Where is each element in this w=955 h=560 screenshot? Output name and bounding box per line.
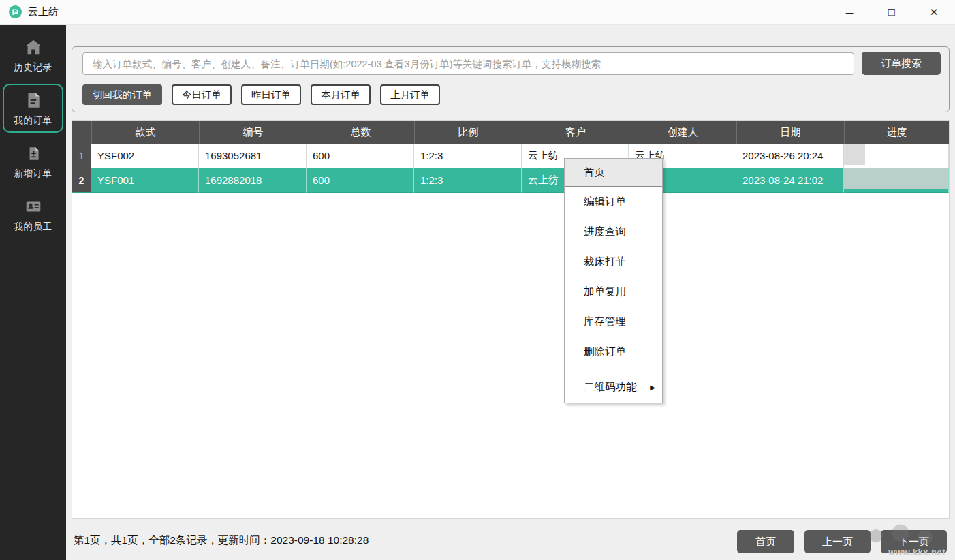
table-header-row: 款式 编号 总数 比例 客户 创建人 日期 进度 xyxy=(72,121,949,144)
column-header-style[interactable]: 款式 xyxy=(91,121,199,144)
home-icon xyxy=(24,37,43,57)
column-header-date[interactable]: 日期 xyxy=(736,121,844,144)
sidebar: 历史记录 我的订单 新增订单 xyxy=(0,25,66,560)
previous-page-button[interactable]: 上一页 xyxy=(804,530,871,553)
close-button[interactable]: ✕ xyxy=(913,0,955,25)
order-search-button[interactable]: 订单搜索 xyxy=(862,52,941,75)
sidebar-item-label: 新增订单 xyxy=(14,168,52,180)
sidebar-item-label: 历史记录 xyxy=(14,61,52,74)
cell-date: 2023-08-26 20:24 xyxy=(736,144,844,168)
sidebar-item-my-employees[interactable]: 我的员工 xyxy=(3,190,63,239)
pagination-status-text: 第1页，共1页，全部2条记录，更新时间：2023-09-18 10:28:28 xyxy=(74,533,369,548)
cell-ratio: 1:2:3 xyxy=(414,144,522,168)
submenu-arrow-icon: ▶ xyxy=(650,384,655,391)
menu-item-qrcode-functions[interactable]: 二维码功能 ▶ xyxy=(565,371,662,403)
cell-style: YSF001 xyxy=(91,168,199,193)
sidebar-item-new-order[interactable]: 新增订单 xyxy=(3,137,63,186)
sidebar-item-my-orders[interactable]: 我的订单 xyxy=(3,84,63,133)
document-plus-icon xyxy=(24,144,43,163)
row-index-cell: 2 xyxy=(72,168,91,193)
menu-item-edit-order[interactable]: 编辑订单 xyxy=(565,187,662,217)
table-row[interactable]: 2 YSF001 1692882018 600 1:2:3 云上纺 2023-0… xyxy=(72,168,949,193)
menu-item-progress-query[interactable]: 进度查询 xyxy=(565,217,662,247)
first-page-button[interactable]: 首页 xyxy=(737,530,794,553)
cell-ratio: 1:2:3 xyxy=(414,168,522,193)
menu-item-cutting-ticket[interactable]: 裁床打菲 xyxy=(565,247,662,277)
context-menu: 首页 编辑订单 进度查询 裁床打菲 加单复用 库存管理 删除订单 二维码功能 ▶ xyxy=(564,158,663,403)
column-header-total[interactable]: 总数 xyxy=(307,121,414,144)
column-header-ratio[interactable]: 比例 xyxy=(414,121,522,144)
menu-item-label: 二维码功能 xyxy=(584,380,637,394)
column-header-number[interactable]: 编号 xyxy=(199,121,307,144)
filter-buttons: 切回我的订单 今日订单 昨日订单 本月订单 上月订单 xyxy=(82,84,440,105)
filter-last-month-orders[interactable]: 上月订单 xyxy=(380,84,440,105)
column-header-creator[interactable]: 创建人 xyxy=(629,121,736,144)
cell-date: 2023-08-24 21:02 xyxy=(736,168,844,193)
search-input[interactable] xyxy=(82,52,854,75)
filter-back-to-my-orders[interactable]: 切回我的订单 xyxy=(82,84,162,105)
menu-item-add-order-reuse[interactable]: 加单复用 xyxy=(565,277,662,307)
order-document-icon xyxy=(24,91,43,110)
filter-yesterday-orders[interactable]: 昨日订单 xyxy=(241,84,301,105)
cell-total: 600 xyxy=(307,168,414,193)
cell-number: 1692882018 xyxy=(199,168,307,193)
menu-item-inventory-management[interactable]: 库存管理 xyxy=(565,307,662,337)
sidebar-item-history[interactable]: 历史记录 xyxy=(3,31,63,80)
column-header-progress[interactable]: 进度 xyxy=(844,121,949,144)
menu-item-delete-order[interactable]: 删除订单 xyxy=(565,337,662,367)
search-panel: 订单搜索 切回我的订单 今日订单 昨日订单 本月订单 上月订单 xyxy=(72,46,950,112)
row-index-cell: 1 xyxy=(72,144,91,168)
filter-this-month-orders[interactable]: 本月订单 xyxy=(311,84,371,105)
orders-table: 款式 编号 总数 比例 客户 创建人 日期 进度 1 YSF002 169305… xyxy=(72,120,950,519)
cell-progress xyxy=(844,144,949,168)
cell-progress xyxy=(844,168,949,193)
titlebar: 云上纺 ─ □ ✕ xyxy=(0,0,955,25)
table-row[interactable]: 1 YSF002 1693052681 600 1:2:3 云上纺 云上纺 20… xyxy=(72,144,949,168)
sidebar-item-label: 我的员工 xyxy=(14,221,52,233)
main-content: 订单搜索 切回我的订单 今日订单 昨日订单 本月订单 上月订单 款式 编号 总数… xyxy=(66,25,955,560)
cell-style: YSF002 xyxy=(91,144,199,168)
watermark-text: www.kkx.net xyxy=(888,547,945,557)
sidebar-item-label: 我的订单 xyxy=(14,114,52,127)
employee-card-icon xyxy=(24,197,43,216)
window-controls: ─ □ ✕ xyxy=(828,0,955,25)
statusbar: 第1页，共1页，全部2条记录，更新时间：2023-09-18 10:28:28 … xyxy=(66,519,955,560)
menu-item-home[interactable]: 首页 xyxy=(565,159,662,186)
app-logo-icon xyxy=(9,5,22,18)
column-header-customer[interactable]: 客户 xyxy=(522,121,629,144)
progress-bar xyxy=(844,168,948,189)
filter-today-orders[interactable]: 今日订单 xyxy=(172,84,232,105)
maximize-button[interactable]: □ xyxy=(871,0,913,25)
cell-number: 1693052681 xyxy=(199,144,307,168)
minimize-button[interactable]: ─ xyxy=(828,0,871,25)
progress-bar xyxy=(844,144,865,165)
table-corner-cell xyxy=(72,121,91,144)
app-title: 云上纺 xyxy=(28,5,59,18)
cell-total: 600 xyxy=(307,144,414,168)
